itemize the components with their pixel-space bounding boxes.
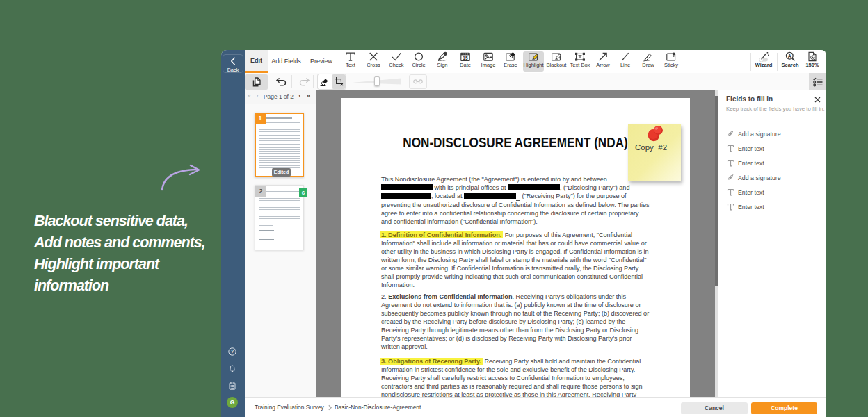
svg-text:6: 6: [302, 190, 305, 196]
svg-text:15: 15: [463, 56, 468, 60]
svg-text:?: ?: [230, 349, 233, 354]
svg-text:A: A: [788, 54, 791, 58]
